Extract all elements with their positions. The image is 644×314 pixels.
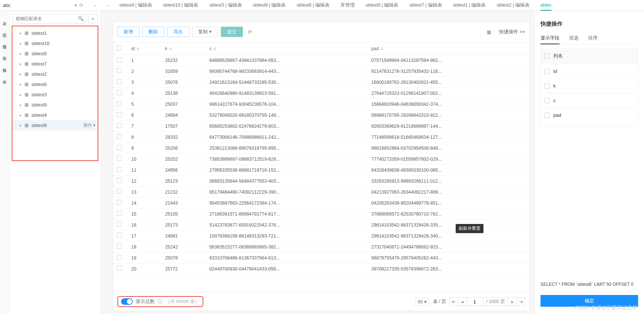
export-button[interactable]: 导出 [167, 27, 189, 37]
refresh-icon[interactable]: ⟳ [248, 29, 252, 35]
grid-icon[interactable]: ▦ [487, 29, 491, 35]
copy-button[interactable]: 复制 ▾ [192, 27, 218, 37]
column-header[interactable]: pad⇅ [368, 42, 530, 55]
page-last-button[interactable]: ⇥ [516, 297, 525, 306]
right-tab[interactable]: 显示字段 [541, 33, 560, 44]
checkbox[interactable] [117, 134, 122, 139]
tab-item[interactable]: - [107, 1, 108, 10]
tree-action[interactable]: 操作 ▾ [83, 122, 95, 128]
checkbox[interactable] [117, 45, 122, 51]
checkbox[interactable] [117, 178, 122, 183]
page-next-button[interactable]: ▸ [508, 297, 517, 306]
right-tab[interactable]: 筛选 [569, 33, 579, 44]
checkbox[interactable] [117, 244, 122, 249]
refresh-icon[interactable]: ⟳ [79, 3, 83, 8]
checkbox[interactable] [117, 145, 122, 150]
table-row[interactable]: 182524256363515277-08369993885-382...273… [113, 242, 530, 253]
checkbox[interactable] [545, 83, 550, 89]
search-icon[interactable]: 🔍 [78, 16, 84, 21]
table-row[interactable]: 82833264773006146-70986986811-242...7714… [113, 132, 530, 143]
page-first-button[interactable]: ⇤ [449, 297, 458, 306]
table-row[interactable]: 152510527186391571-86984791774-617...378… [113, 209, 530, 220]
confirm-button[interactable]: 确定 [541, 295, 638, 307]
sort-icon[interactable]: ⇅ [213, 47, 216, 51]
column-header[interactable] [113, 42, 128, 55]
checkbox[interactable] [117, 222, 122, 227]
checkbox[interactable] [117, 101, 122, 106]
checkbox[interactable] [117, 189, 122, 194]
add-button[interactable]: 新增 [117, 27, 139, 37]
table-row[interactable]: 71750765685253802-02478924279-803...9260… [113, 121, 530, 132]
tree-item[interactable]: ▸▦sbtest5 [12, 48, 98, 59]
tab-prev-icon[interactable]: ‹ [94, 3, 96, 8]
tree-item[interactable]: ▸▦sbtest8操作 ▾ [12, 120, 98, 130]
table-row[interactable]: 192507863310708486-81367337964-813...968… [113, 253, 530, 263]
checkbox[interactable] [117, 211, 122, 216]
table-row[interactable]: 132123285179484490-74092112229-390...042… [113, 187, 530, 198]
tab-item[interactable]: 库管理 [340, 0, 355, 11]
search-input[interactable] [12, 14, 86, 23]
tree-item[interactable]: ▸▦sbtest9 [12, 100, 98, 110]
table-row[interactable]: 23185999390744768-99233663914-443...9214… [113, 66, 530, 77]
checkbox[interactable] [117, 266, 122, 271]
column-header[interactable]: c⇅ [206, 42, 368, 55]
delete-button[interactable]: 删除 [142, 27, 164, 37]
checkbox[interactable] [117, 90, 122, 95]
quick-action-link[interactable]: 快捷操作 >> [499, 29, 525, 35]
table-row[interactable]: 202577202449700930-04479041433-056...397… [113, 263, 530, 274]
checkbox[interactable] [545, 69, 550, 74]
submit-button[interactable]: 提交 [221, 27, 243, 37]
column-header[interactable]: k⇅ [161, 42, 206, 55]
page-size-select[interactable]: 50 ▾ [415, 298, 429, 306]
field-row[interactable]: k [541, 78, 638, 93]
database-name[interactable]: abc ▾ ⟳ [3, 3, 83, 8]
tree-item[interactable]: ▸▦sbtest7 [12, 59, 98, 69]
tab-item[interactable]: sbtest3 | 编辑表 [209, 0, 242, 11]
tab-item[interactable]: sbtest4 | 编辑表 [119, 0, 152, 11]
checkbox[interactable] [117, 156, 122, 161]
table-row[interactable]: 52503799614227674-93045236576-104...1566… [113, 99, 530, 110]
checkbox[interactable] [117, 112, 122, 117]
tree-item[interactable]: ▸▦sbtest6 [12, 79, 98, 89]
checkbox[interactable] [117, 167, 122, 172]
checkbox[interactable] [117, 255, 122, 260]
tab-item[interactable]: sbtest9 | 编辑表 [253, 0, 286, 11]
tab-item[interactable]: sbtes [541, 0, 551, 11]
checkbox[interactable] [545, 113, 550, 118]
tree-item[interactable]: ▸▦sbtest1 [12, 28, 98, 38]
table-row[interactable]: 42513845426640980-91483139923-591...2764… [113, 88, 530, 99]
tree-item[interactable]: ▸▦sbtest4 [12, 110, 98, 120]
field-row[interactable]: id [541, 64, 638, 78]
tree-item[interactable]: ▸▦sbtest2 [12, 69, 98, 79]
tab-item[interactable]: sbtest6 | 编辑表 [297, 0, 329, 11]
table-row[interactable]: 92520625381213068-69079316795-995...9861… [113, 143, 530, 154]
tree-item[interactable]: ▸▦sbtest10 [12, 38, 98, 48]
table-row[interactable]: 102520273853989897-08683712519-626...777… [113, 154, 530, 165]
table-row[interactable]: 122512308683135844-56484377653-403...332… [113, 176, 530, 187]
page-input[interactable] [466, 297, 483, 306]
checkbox[interactable] [117, 57, 122, 62]
table-row[interactable]: 32507624921613164-51448733285-530...1660… [113, 77, 530, 88]
column-header[interactable]: id⇅ [128, 42, 161, 55]
checkbox[interactable] [117, 123, 122, 128]
table-row[interactable]: 142144395453687663-22564172384-174...042… [113, 198, 530, 209]
table-row[interactable]: 112495627956335536-88681718718-152...643… [113, 165, 530, 176]
right-tab[interactable]: 排序 [588, 33, 598, 44]
table-row[interactable]: 62489453279006020-89180370755-148...0696… [113, 110, 530, 121]
checkbox[interactable] [117, 233, 122, 238]
checkbox[interactable] [117, 200, 122, 205]
tab-item[interactable]: sbtest7 | 编辑表 [409, 0, 442, 11]
add-table-button[interactable]: + [88, 14, 98, 23]
field-row[interactable]: pad [541, 108, 638, 122]
field-row[interactable]: c [541, 93, 638, 108]
checkbox[interactable] [117, 79, 122, 84]
page-prev-button[interactable]: ◂ [458, 297, 467, 306]
tab-item[interactable]: sbtest5 | 编辑表 [366, 0, 399, 11]
tree-item[interactable]: ▸▦sbtest3 [12, 89, 98, 100]
sort-icon[interactable]: ⇅ [169, 47, 172, 51]
tab-item[interactable]: sbtest1 | 编辑表 [453, 0, 486, 11]
tab-item[interactable]: sbtest10 | 编辑表 [163, 0, 198, 11]
checkbox[interactable] [545, 98, 550, 103]
sort-icon[interactable]: ⇅ [136, 47, 139, 51]
checkbox[interactable] [117, 68, 122, 73]
